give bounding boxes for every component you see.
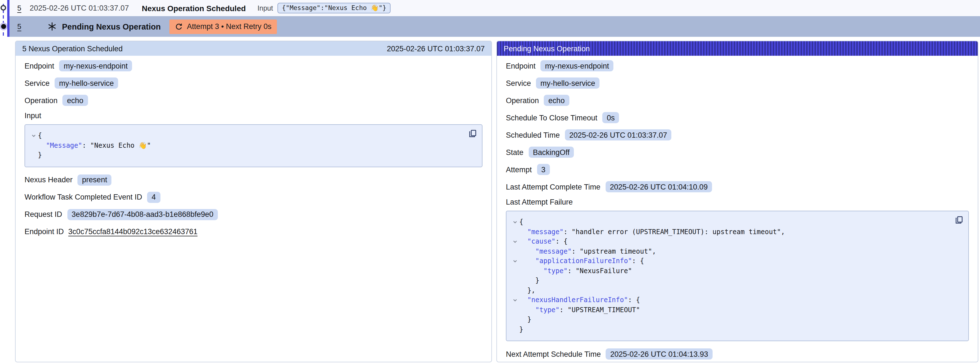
field-operation: Operation echo — [24, 94, 482, 107]
gutter-spacer — [511, 286, 519, 295]
event-id-link[interactable]: 5 — [17, 22, 21, 31]
field-label: Workflow Task Completed Event ID — [24, 193, 142, 201]
field-label: Request ID — [24, 210, 62, 219]
input-label: Input — [258, 4, 273, 12]
field-label: Operation — [24, 96, 58, 105]
field-label: Attempt — [506, 165, 532, 174]
json-line: { — [30, 131, 463, 141]
retry-badge-label: Attempt 3 • Next Retry 0s — [187, 22, 272, 31]
pending-asterisk-icon — [47, 22, 57, 31]
json-line: "nexusHandlerFailureInfo": { — [511, 295, 949, 305]
field-label: Endpoint — [506, 62, 536, 70]
gutter-spacer — [511, 247, 519, 256]
field-workflow-task-completed-event-id: Workflow Task Completed Event ID 4 — [24, 191, 482, 203]
json-line: "Message": "Nexus Echo 👋" — [30, 141, 463, 150]
field-value-badge: echo — [63, 95, 88, 106]
json-line: "message": "upstream timeout", — [511, 247, 949, 256]
last-attempt-failure-label: Last Attempt Failure — [506, 198, 969, 208]
field-schedule-to-close-timeout: Schedule To Close Timeout 0s — [506, 112, 969, 124]
retry-attempt-badge: Attempt 3 • Next Retry 0s — [170, 19, 277, 34]
field-value-badge: echo — [544, 95, 570, 106]
field-value-badge: 2025-02-26 UTC 01:03:37.07 — [565, 129, 671, 140]
json-line: { — [511, 217, 949, 227]
field-value-badge: present — [78, 174, 112, 185]
field-operation: Operation echo — [506, 94, 969, 107]
json-line: "cause": { — [511, 237, 949, 247]
field-value-badge: 3e829b7e-7d67-4b08-aad3-b1e868bfe9e0 — [67, 209, 218, 220]
field-label: Operation — [506, 96, 539, 105]
field-endpoint-id: Endpoint ID 3c0c75ccfa8144b092c13ce63246… — [24, 225, 482, 238]
retry-icon — [175, 22, 183, 30]
copy-button[interactable] — [955, 216, 963, 224]
json-line: } — [511, 276, 949, 286]
field-value-badge: my-hello-service — [536, 77, 600, 89]
pending-operation-body: Endpoint my-nexus-endpoint Service my-he… — [497, 56, 978, 360]
event-row-nexus-operation-scheduled[interactable]: 5 2025-02-26 UTC 01:03:37.07 Nexus Opera… — [10, 0, 980, 16]
json-line: } — [511, 315, 949, 325]
gutter-spacer — [511, 315, 519, 325]
field-label: Scheduled Time — [506, 131, 560, 139]
field-request-id: Request ID 3e829b7e-7d67-4b08-aad3-b1e86… — [24, 208, 482, 220]
input-json-block: { "Message": "Nexus Echo 👋"} — [24, 124, 482, 167]
field-label: Endpoint — [24, 62, 54, 70]
field-endpoint: Endpoint my-nexus-endpoint — [506, 60, 969, 72]
field-service: Service my-hello-service — [24, 77, 482, 89]
field-value-badge: 2025-02-26 UTC 01:04:13.93 — [606, 348, 713, 359]
chevron-down-icon[interactable] — [511, 217, 519, 227]
field-label: Schedule To Close Timeout — [506, 113, 597, 122]
input-preview-badge: {"Message":"Nexus Echo 👋"} — [277, 3, 391, 13]
pending-operation-panel: Pending Nexus Operation Endpoint my-nexu… — [496, 41, 978, 362]
field-label: Next Attempt Schedule Time — [506, 350, 601, 358]
field-attempt: Attempt 3 — [506, 163, 969, 176]
gutter-spacer — [30, 141, 38, 150]
field-label: Service — [506, 79, 531, 87]
endpoint-id-link[interactable]: 3c0c75ccfa8144b092c13ce632463761 — [68, 227, 197, 236]
event-title: Nexus Operation Scheduled — [142, 4, 246, 13]
event-title: Pending Nexus Operation — [62, 22, 161, 31]
field-state: State BackingOff — [506, 146, 969, 158]
json-line: } — [511, 325, 949, 334]
gutter-spacer — [511, 266, 519, 276]
field-value-badge: my-nexus-endpoint — [59, 60, 132, 71]
panel-title: 5 Nexus Operation Scheduled — [22, 44, 123, 53]
gutter-spacer — [511, 305, 519, 315]
active-event-group-bar — [7, 0, 9, 37]
event-row-pending-nexus-operation[interactable]: 5 Pending Nexus Operation Attempt 3 • Ne… — [10, 16, 980, 37]
field-next-attempt-schedule-time: Next Attempt Schedule Time 2025-02-26 UT… — [506, 348, 969, 360]
gutter-spacer — [30, 150, 38, 160]
field-value-badge: BackingOff — [528, 147, 574, 158]
workflow-event-history-view: 5 2025-02-26 UTC 01:03:37.07 Nexus Opera… — [0, 0, 980, 364]
failure-json-block: { "message": "handler error (UPSTREAM_TI… — [506, 211, 969, 341]
panel-timestamp: 2025-02-26 UTC 01:03:37.07 — [387, 44, 485, 53]
chevron-down-icon[interactable] — [511, 237, 519, 247]
field-nexus-header: Nexus Header present — [24, 174, 482, 186]
input-section-label: Input — [24, 112, 482, 121]
json-viewer: { "message": "handler error (UPSTREAM_TI… — [511, 217, 949, 334]
chevron-down-icon[interactable] — [511, 295, 519, 305]
field-label: Last Attempt Complete Time — [506, 182, 600, 191]
json-line: "message": "handler error (UPSTREAM_TIME… — [511, 227, 949, 237]
copy-button[interactable] — [469, 129, 477, 138]
field-value-badge: my-hello-service — [55, 77, 118, 89]
pending-operation-header: Pending Nexus Operation — [497, 41, 978, 56]
field-endpoint: Endpoint my-nexus-endpoint — [24, 60, 482, 72]
chevron-down-icon[interactable] — [30, 131, 38, 141]
field-label: Endpoint ID — [24, 227, 64, 236]
field-value-badge: 2025-02-26 UTC 01:04:10.09 — [605, 181, 712, 192]
field-label: Service — [24, 79, 49, 87]
event-id-link[interactable]: 5 — [17, 4, 21, 12]
gutter-spacer — [511, 325, 519, 334]
json-line: "applicationFailureInfo": { — [511, 256, 949, 266]
event-rows: 5 2025-02-26 UTC 01:03:37.07 Nexus Opera… — [10, 0, 980, 37]
field-value-badge: 3 — [537, 164, 550, 175]
panel-title: Pending Nexus Operation — [504, 44, 590, 53]
field-service: Service my-hello-service — [506, 77, 969, 89]
field-label: Nexus Header — [24, 176, 73, 184]
json-line: "type": "NexusFailure" — [511, 266, 949, 276]
event-detail-panel: 5 Nexus Operation Scheduled 2025-02-26 U… — [15, 41, 492, 362]
field-scheduled-time: Scheduled Time 2025-02-26 UTC 01:03:37.0… — [506, 129, 969, 141]
chevron-down-icon[interactable] — [511, 256, 519, 266]
field-value-badge: 0s — [602, 112, 619, 123]
gutter-spacer — [511, 227, 519, 237]
json-line: }, — [511, 286, 949, 295]
